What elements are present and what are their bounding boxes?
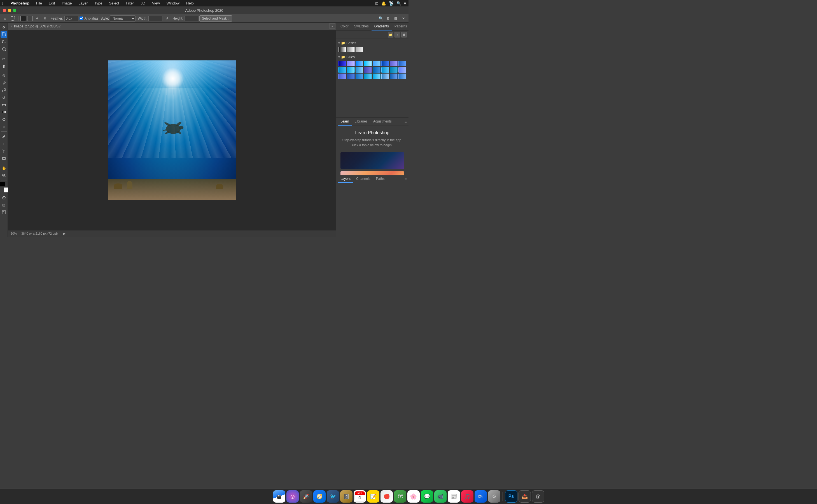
close-button[interactable]: [3, 9, 6, 12]
apple-logo[interactable]: : [2, 1, 4, 6]
marquee-options-button[interactable]: [10, 15, 16, 22]
mirroring-icon[interactable]: 📡: [389, 1, 394, 6]
blues-group-header[interactable]: ▾ 📁 Blues: [338, 55, 406, 59]
change-screen-mode-btn[interactable]: ⊡: [1, 202, 7, 208]
width-input[interactable]: [148, 16, 162, 21]
crop-tool[interactable]: ✂: [1, 55, 7, 62]
eyedropper-tool[interactable]: [1, 63, 7, 69]
anti-alias-checkbox[interactable]: [79, 17, 83, 20]
path-selection-tool[interactable]: [1, 148, 7, 154]
menu-layer[interactable]: Layer: [77, 1, 89, 6]
menu-image[interactable]: Image: [60, 1, 73, 6]
airplay-icon[interactable]: ⊡: [375, 1, 379, 6]
basics-group-header[interactable]: ▾ 📁 Basics: [338, 41, 406, 45]
dodge-tool[interactable]: ○: [1, 123, 7, 130]
tab-adjustments[interactable]: Adjustments: [370, 118, 395, 126]
gradient-swatch-blues-22[interactable]: [381, 74, 389, 79]
gradient-swatch-blues-23[interactable]: [390, 74, 398, 79]
delete-gradient-icon[interactable]: 🗑: [401, 32, 407, 37]
gradient-swatch-blues-15[interactable]: [390, 67, 398, 73]
hand-tool[interactable]: ✋: [1, 165, 7, 171]
gradient-swatch-blues-24[interactable]: [398, 74, 406, 79]
gradient-swatch-blues-8[interactable]: [398, 61, 406, 66]
gradient-swatch-blues-16[interactable]: [398, 67, 406, 73]
notification-icon[interactable]: 🔔: [381, 1, 386, 6]
gradient-swatch-blues-17[interactable]: [338, 74, 346, 79]
tab-learn[interactable]: Learn: [338, 118, 352, 126]
gradient-swatch-blues-3[interactable]: [356, 61, 363, 66]
subtract-from-selection-btn[interactable]: ⊟: [42, 15, 48, 22]
gradient-swatch-blues-10[interactable]: [347, 67, 355, 73]
marquee-tool[interactable]: [1, 31, 7, 38]
maximize-button[interactable]: [13, 9, 16, 12]
bottom-panel-menu[interactable]: ≡: [405, 175, 407, 183]
home-button[interactable]: ⌂: [2, 15, 8, 22]
gradient-swatch-blues-1[interactable]: [338, 61, 346, 66]
gradient-swatch-blues-14[interactable]: [381, 67, 389, 73]
zoom-tool[interactable]: [1, 172, 7, 179]
view-options-btn[interactable]: ⊞: [384, 15, 391, 22]
gradient-tool[interactable]: [1, 109, 7, 116]
gradient-swatch-blues-6[interactable]: [381, 61, 389, 66]
control-center-icon[interactable]: ≡: [404, 1, 406, 6]
type-tool[interactable]: T: [1, 140, 7, 147]
navigate-right-icon[interactable]: ▶: [63, 232, 65, 235]
menu-select[interactable]: Select: [108, 1, 120, 6]
learn-panel-menu[interactable]: ≡: [405, 118, 407, 126]
healing-brush-tool[interactable]: [1, 72, 7, 79]
style-select[interactable]: Normal Fixed Ratio Fixed Size: [110, 15, 135, 22]
move-tool[interactable]: ✥: [1, 24, 7, 30]
gradient-swatch-basics-3[interactable]: [356, 47, 363, 52]
menu-photoshop[interactable]: Photoshop: [9, 1, 30, 6]
tab-gradients[interactable]: Gradients: [372, 23, 392, 30]
gradient-swatch-blues-21[interactable]: [373, 74, 381, 79]
gradient-swatch-blues-4[interactable]: [364, 61, 372, 66]
tab-channels[interactable]: Channels: [353, 175, 373, 183]
background-color-btn[interactable]: [27, 16, 33, 21]
tab-close-btn[interactable]: ×: [11, 25, 12, 28]
gradient-swatch-blues-12[interactable]: [364, 67, 372, 73]
history-brush-tool[interactable]: ↺: [1, 94, 7, 101]
foreground-color-btn[interactable]: [20, 16, 26, 21]
menu-file[interactable]: File: [35, 1, 43, 6]
select-and-mask-button[interactable]: Select and Mask...: [199, 15, 232, 22]
gradient-swatch-blues-18[interactable]: [347, 74, 355, 79]
menu-edit[interactable]: Edit: [48, 1, 56, 6]
search-icon[interactable]: 🔍: [396, 1, 401, 6]
swap-dimensions-btn[interactable]: ⇄: [163, 15, 170, 22]
close-panel-btn[interactable]: ✕: [400, 15, 407, 22]
load-channel-mask-btn[interactable]: ⊛: [34, 15, 41, 22]
tutorial-fix-photo[interactable]: Fix a photo ›: [341, 171, 404, 175]
menu-window[interactable]: Window: [165, 1, 180, 6]
tutorial-fundamental-skills[interactable]: Fundamental Skills ›: [341, 152, 404, 169]
gradient-swatch-basics-2[interactable]: [347, 47, 355, 52]
pen-tool[interactable]: [1, 133, 7, 140]
collapse-panels-btn[interactable]: «: [330, 23, 335, 29]
menu-filter[interactable]: Filter: [124, 1, 135, 6]
lasso-tool[interactable]: [1, 38, 7, 45]
tab-libraries[interactable]: Libraries: [352, 118, 370, 126]
menu-3d[interactable]: 3D: [139, 1, 146, 6]
search-icon[interactable]: 🔍: [379, 16, 383, 21]
tab-swatches[interactable]: Swatches: [351, 23, 372, 30]
height-input[interactable]: [184, 16, 198, 21]
gradient-swatch-blues-19[interactable]: [356, 74, 363, 79]
gradient-swatch-blues-11[interactable]: [356, 67, 363, 73]
gradient-swatch-blues-20[interactable]: [364, 74, 372, 79]
blur-tool[interactable]: [1, 116, 7, 123]
feather-input[interactable]: [64, 16, 78, 21]
minimize-button[interactable]: [8, 9, 11, 12]
eraser-tool[interactable]: [1, 102, 7, 108]
tab-color[interactable]: Color: [338, 23, 351, 30]
tab-patterns[interactable]: Patterns: [392, 23, 408, 30]
gradient-swatch-blues-2[interactable]: [347, 61, 355, 66]
artboard-btn[interactable]: [1, 209, 7, 216]
add-folder-icon[interactable]: 📁: [388, 32, 393, 37]
quick-mask-btn[interactable]: [1, 194, 7, 201]
clone-stamp-tool[interactable]: [1, 87, 7, 94]
add-gradient-icon[interactable]: +: [395, 32, 400, 37]
quick-select-tool[interactable]: [1, 46, 7, 52]
gradient-swatch-blues-9[interactable]: [338, 67, 346, 73]
foreground-color[interactable]: [0, 182, 5, 187]
gradient-swatch-basics-1[interactable]: [338, 47, 346, 52]
